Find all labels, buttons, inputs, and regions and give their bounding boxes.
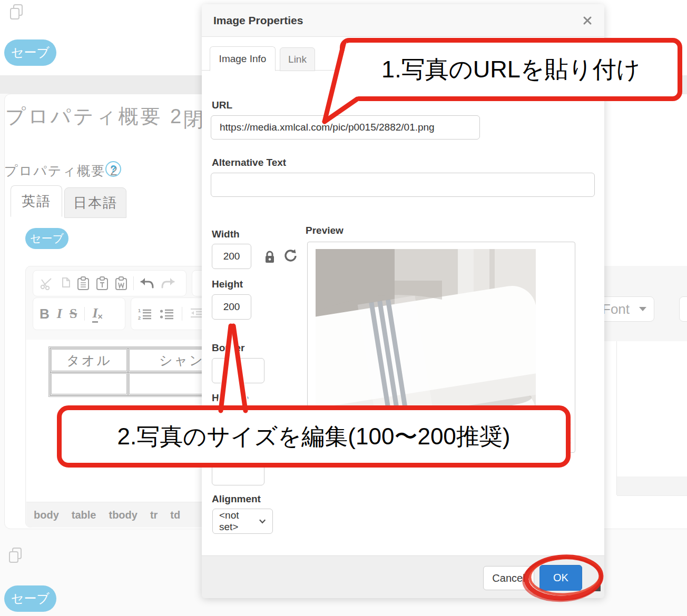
dialog-header[interactable]: Image Properties — [202, 4, 604, 37]
annotation-step1: 1.写真のURLを貼り付け — [340, 38, 682, 101]
strikethrough-button[interactable]: S — [70, 306, 77, 322]
bullet-list-icon[interactable] — [160, 307, 174, 321]
copy-pages-icon[interactable] — [7, 547, 23, 567]
italic-button[interactable]: I — [57, 306, 62, 322]
path-item-tr[interactable]: tr — [150, 509, 158, 521]
height-input[interactable] — [212, 294, 251, 320]
save-button-bottom[interactable]: セーブ — [4, 585, 56, 612]
path-item-td[interactable]: td — [170, 509, 180, 521]
paste-text-icon[interactable] — [95, 276, 109, 291]
annotation-step2: 2.写真のサイズを編集(100〜200推奨) — [57, 405, 571, 468]
tab-japanese[interactable]: 日本語 — [64, 187, 126, 218]
redo-icon[interactable] — [160, 276, 176, 290]
path-item-body[interactable]: body — [34, 509, 59, 521]
border-label: Border — [212, 342, 244, 354]
numbered-list-icon[interactable]: 1 2 — [138, 307, 152, 321]
chevron-down-icon — [259, 519, 266, 524]
width-input[interactable] — [212, 244, 251, 269]
cut-icon[interactable] — [40, 276, 53, 290]
url-label: URL — [212, 100, 232, 111]
alt-text-label: Alternative Text — [212, 157, 286, 168]
tab-image-info[interactable]: Image Info — [210, 46, 276, 71]
copy-icon[interactable] — [58, 276, 71, 290]
save-button-top[interactable]: セーブ — [4, 39, 56, 66]
page-title: プロパティ概要 2 — [5, 103, 183, 130]
border-input[interactable] — [212, 358, 264, 383]
width-label: Width — [212, 228, 240, 240]
close-link-partial[interactable]: 閉 — [183, 106, 203, 133]
element-path-bar-right — [617, 476, 687, 496]
resize-handle[interactable] — [591, 582, 601, 591]
preview-label: Preview — [306, 225, 344, 236]
section-title: プロパティ概要 2 — [4, 162, 119, 180]
reset-size-icon[interactable] — [283, 249, 297, 265]
toolbar-separator — [182, 307, 182, 321]
toolbar-separator — [84, 307, 85, 321]
dialog-title: Image Properties — [213, 14, 303, 27]
hspace-label: HSpace — [212, 392, 249, 404]
table-cell[interactable] — [50, 372, 128, 395]
height-label: Height — [212, 279, 243, 290]
ok-button[interactable]: OK — [539, 565, 582, 591]
path-item-tbody[interactable]: tbody — [109, 509, 137, 521]
svg-text:2: 2 — [138, 315, 141, 321]
paste-word-icon[interactable] — [114, 276, 128, 291]
toolbar-button-partial[interactable] — [679, 296, 687, 322]
paste-icon[interactable] — [76, 276, 90, 291]
bold-button[interactable]: B — [40, 306, 50, 322]
tab-link[interactable]: Link — [280, 47, 315, 71]
screen: セーブ プロパティ概要 2 閉 プロパティ概要 2 ? 英語 日本語 セーブ — [0, 0, 687, 616]
help-icon[interactable]: ? — [105, 161, 121, 177]
svg-text:1: 1 — [138, 308, 141, 313]
remove-format-button[interactable]: I× — [92, 305, 102, 323]
copy-pages-icon[interactable] — [8, 3, 24, 23]
toolbar-separator — [133, 276, 134, 290]
editor-divider — [616, 341, 617, 495]
tab-english[interactable]: 英語 — [11, 185, 62, 217]
chevron-down-icon — [639, 307, 646, 311]
cancel-button[interactable]: Cancel — [483, 566, 534, 590]
alignment-label: Alignment — [212, 493, 261, 505]
undo-icon[interactable] — [139, 276, 155, 290]
path-item-table[interactable]: table — [72, 509, 96, 521]
close-icon[interactable] — [582, 15, 593, 26]
alt-text-input[interactable] — [211, 173, 595, 197]
toolbar-clipboard-group — [33, 270, 187, 296]
save-button-editor[interactable]: セーブ — [25, 228, 68, 249]
lock-ratio-icon[interactable] — [264, 250, 276, 266]
url-input[interactable] — [211, 115, 480, 140]
alignment-select[interactable]: <not set> — [212, 509, 273, 534]
table-cell[interactable]: タオル — [50, 348, 128, 372]
toolbar-format-group: B I S I× — [33, 297, 125, 330]
